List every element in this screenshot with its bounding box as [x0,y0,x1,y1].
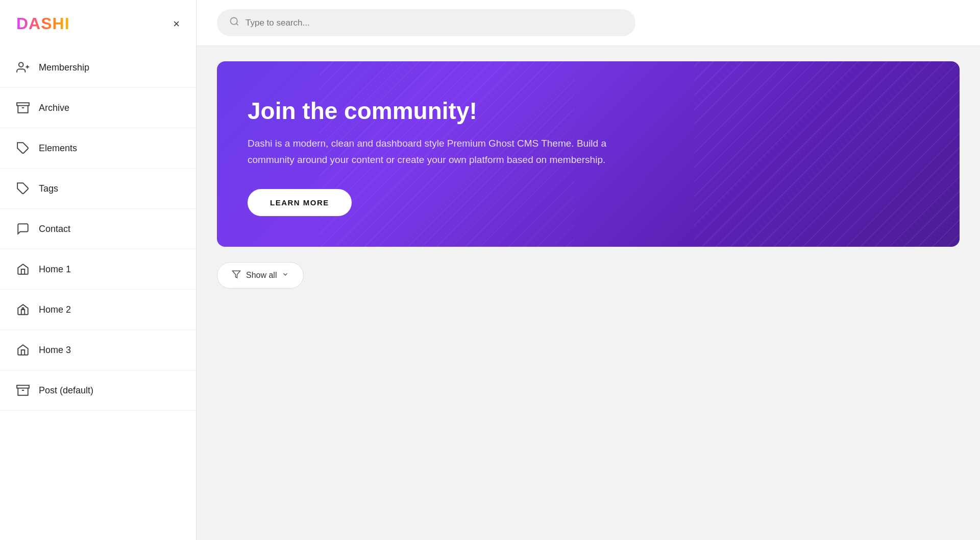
svg-marker-12 [233,271,240,278]
sidebar: DASHI × Membership Archive [0,0,197,540]
sidebar-label-home3: Home 3 [39,345,71,356]
svg-point-7 [22,308,23,309]
learn-more-button[interactable]: LEARN MORE [248,189,352,216]
nav-list: Membership Archive Elements T [0,48,196,540]
sidebar-label-post-default: Post (default) [39,385,93,396]
topbar [197,0,980,46]
filter-bar: Show all [217,262,960,289]
close-button[interactable]: × [173,18,180,30]
tag-icon [16,182,30,195]
sidebar-label-tags: Tags [39,183,58,194]
sidebar-item-tags[interactable]: Tags [0,169,196,209]
home3-icon [16,343,30,357]
hero-description: Dashi is a modern, clean and dashboard s… [248,135,656,169]
post-default-icon [16,384,30,397]
hero-banner: Join the community! Dashi is a modern, c… [217,61,960,247]
sidebar-label-elements: Elements [39,143,77,154]
sidebar-header: DASHI × [0,0,196,48]
sidebar-item-contact[interactable]: Contact [0,209,196,249]
archive-icon [16,101,30,114]
sidebar-item-post-default[interactable]: Post (default) [0,370,196,411]
svg-point-0 [19,62,23,67]
content-area: Join the community! Dashi is a modern, c… [197,46,980,540]
elements-icon [16,142,30,155]
show-all-button[interactable]: Show all [217,262,304,289]
svg-point-10 [231,18,237,25]
sidebar-item-elements[interactable]: Elements [0,128,196,169]
chat-icon [16,222,30,236]
chevron-down-icon [282,271,289,279]
sidebar-item-home1[interactable]: Home 1 [0,249,196,290]
home1-icon [16,263,30,276]
filter-icon [232,270,241,281]
main-content: Join the community! Dashi is a modern, c… [197,0,980,540]
sidebar-label-membership: Membership [39,62,89,73]
svg-line-11 [236,24,238,26]
person-add-icon [16,61,30,74]
sidebar-label-archive: Archive [39,103,69,113]
sidebar-label-home2: Home 2 [39,304,71,315]
search-bar [217,9,635,36]
show-all-label: Show all [246,271,277,280]
sidebar-label-contact: Contact [39,224,70,234]
svg-rect-3 [17,103,29,105]
sidebar-item-archive[interactable]: Archive [0,88,196,128]
sidebar-item-membership[interactable]: Membership [0,48,196,88]
sidebar-item-home3[interactable]: Home 3 [0,330,196,370]
brand-logo: DASHI [16,14,70,33]
home2-icon [16,303,30,316]
sidebar-item-home2[interactable]: Home 2 [0,290,196,330]
hero-title: Join the community! [248,97,929,125]
search-icon [229,16,239,29]
search-input[interactable] [246,18,623,28]
sidebar-label-home1: Home 1 [39,264,71,275]
svg-rect-8 [17,385,29,388]
